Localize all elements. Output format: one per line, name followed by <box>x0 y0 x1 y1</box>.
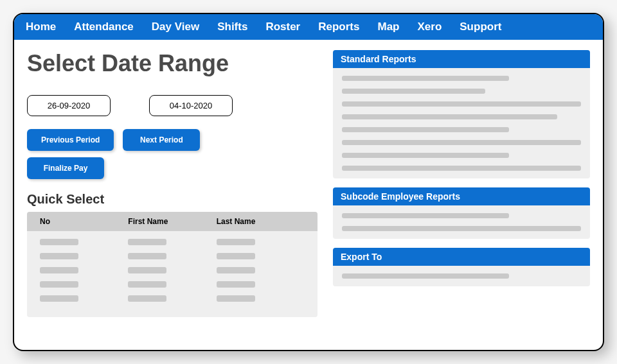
cell-placeholder <box>40 281 78 288</box>
col-no: No <box>40 217 128 226</box>
report-line-placeholder <box>342 273 509 279</box>
cell-placeholder <box>128 281 166 288</box>
report-line-placeholder <box>342 89 485 94</box>
cell-placeholder <box>128 295 166 302</box>
report-line-placeholder <box>342 153 509 158</box>
report-line-placeholder <box>342 140 581 145</box>
cell-placeholder <box>128 267 166 273</box>
col-last-name: Last Name <box>217 217 305 226</box>
period-buttons-row: Previous Period Next Period <box>27 129 317 151</box>
export-body <box>333 266 590 286</box>
table-row[interactable] <box>40 295 305 302</box>
nav-home[interactable]: Home <box>26 21 56 33</box>
table-header: No First Name Last Name <box>27 212 317 231</box>
standard-reports-body <box>333 68 590 178</box>
export-header[interactable]: Export To <box>333 248 590 266</box>
finalize-row: Finalize Pay <box>27 157 317 179</box>
finalize-pay-button[interactable]: Finalize Pay <box>27 157 104 179</box>
table-row[interactable] <box>40 239 305 245</box>
standard-reports-panel: Standard Reports <box>333 50 590 178</box>
quick-select-table: No First Name Last Name <box>27 212 317 317</box>
cell-placeholder <box>217 281 255 288</box>
nav-xero[interactable]: Xero <box>417 21 442 33</box>
cell-placeholder <box>40 267 78 273</box>
report-line-placeholder <box>342 127 509 132</box>
col-first-name: First Name <box>128 217 216 226</box>
subcode-reports-header[interactable]: Subcode Employee Reports <box>333 187 590 205</box>
report-line-placeholder <box>342 226 581 231</box>
quick-select-title: Quick Select <box>27 192 317 207</box>
table-body <box>27 231 317 317</box>
report-line-placeholder <box>342 166 581 171</box>
top-nav: Home Attendance Day View Shifts Roster R… <box>14 14 603 40</box>
nav-map[interactable]: Map <box>377 21 399 33</box>
nav-day-view[interactable]: Day View <box>152 21 199 33</box>
nav-attendance[interactable]: Attendance <box>74 21 134 33</box>
end-date-input[interactable]: 04-10-2020 <box>149 95 233 116</box>
cell-placeholder <box>217 267 255 273</box>
report-line-placeholder <box>342 213 509 218</box>
report-line-placeholder <box>342 101 581 107</box>
page-title: Select Date Range <box>27 50 317 77</box>
cell-placeholder <box>40 253 78 259</box>
next-period-button[interactable]: Next Period <box>123 129 200 151</box>
date-range-row: 26-09-2020 04-10-2020 <box>27 95 317 116</box>
nav-roster[interactable]: Roster <box>265 21 300 33</box>
left-column: Select Date Range 26-09-2020 04-10-2020 … <box>27 50 317 337</box>
report-line-placeholder <box>342 76 509 81</box>
right-column: Standard Reports Subcode Employee Report… <box>333 50 590 337</box>
table-row[interactable] <box>40 281 305 288</box>
report-line-placeholder <box>342 114 557 119</box>
subcode-reports-body <box>333 205 590 239</box>
previous-period-button[interactable]: Previous Period <box>27 129 114 151</box>
table-row[interactable] <box>40 267 305 273</box>
nav-shifts[interactable]: Shifts <box>217 21 247 33</box>
nav-reports[interactable]: Reports <box>318 21 359 33</box>
app-window: Home Attendance Day View Shifts Roster R… <box>13 13 604 351</box>
cell-placeholder <box>217 239 255 245</box>
cell-placeholder <box>128 253 166 259</box>
cell-placeholder <box>40 239 78 245</box>
standard-reports-header[interactable]: Standard Reports <box>333 50 590 68</box>
cell-placeholder <box>128 239 166 245</box>
nav-support[interactable]: Support <box>460 21 501 33</box>
cell-placeholder <box>40 295 78 302</box>
content-area: Select Date Range 26-09-2020 04-10-2020 … <box>14 40 603 347</box>
table-row[interactable] <box>40 253 305 259</box>
export-panel: Export To <box>333 248 590 286</box>
cell-placeholder <box>217 253 255 259</box>
subcode-reports-panel: Subcode Employee Reports <box>333 187 590 239</box>
start-date-input[interactable]: 26-09-2020 <box>27 95 111 116</box>
cell-placeholder <box>217 295 255 302</box>
